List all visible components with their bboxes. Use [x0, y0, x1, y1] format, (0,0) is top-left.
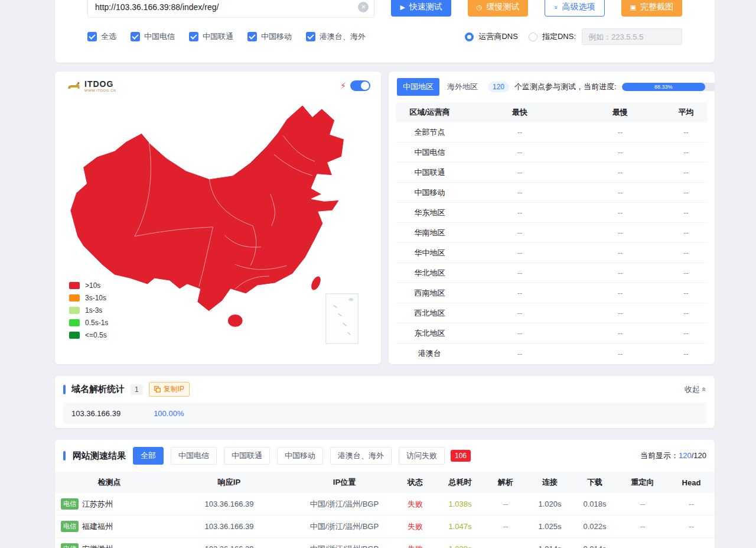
response-ip: 103.36.166.39 — [164, 500, 295, 508]
node-name: 安徽滁州 — [82, 544, 113, 548]
tab-china-unicom[interactable]: 中国联通 — [224, 447, 270, 465]
resolve-time: -- — [484, 544, 527, 548]
advanced-options-button[interactable]: » 高级选项 — [545, 0, 604, 17]
status-badge: 失败 — [394, 544, 436, 548]
fastest-value: -- — [464, 329, 576, 338]
ip-location: 中国/浙江/温州/BGP — [295, 521, 394, 532]
table-row: 东北地区 -- -- -- — [396, 323, 708, 343]
south-china-sea-inset — [326, 294, 358, 343]
fastest-value: -- — [464, 128, 576, 137]
collapse-toggle[interactable]: 收起 « — [685, 384, 706, 395]
avg-value: -- — [664, 309, 708, 317]
checkbox-china-unicom[interactable]: 中国联通 — [189, 31, 233, 42]
progress-bar: 88.33% — [622, 83, 715, 91]
tab-all[interactable]: 全部 — [133, 447, 164, 465]
table-row: 华南地区 -- -- -- — [396, 223, 708, 243]
results-table: 检测点 响应IP IP位置 状态 总耗时 解析 连接 下载 重定向 Head 电… — [55, 472, 715, 548]
url-row: ✕ ▶ 快速测试 ◷ 缓慢测试 » 高级选项 ▣ 完整截图 — [87, 0, 682, 18]
legend-color-swatch — [69, 332, 80, 339]
checkbox-china-telecom[interactable]: 中国电信 — [131, 31, 175, 42]
progress-fill: 88.33% — [622, 83, 705, 91]
camera-icon: ▣ — [630, 4, 636, 11]
checkbox-china-mobile[interactable]: 中国移动 — [247, 31, 292, 42]
checkbox-hmt-overseas[interactable]: 港澳台、海外 — [306, 31, 366, 42]
legend-color-swatch — [69, 282, 80, 289]
col-fastest: 最快 — [464, 107, 576, 118]
checkbox-checked-icon — [189, 32, 198, 41]
fastest-value: -- — [464, 248, 576, 257]
col-ip-location: IP位置 — [295, 477, 394, 488]
brand-name: ITDOG — [84, 80, 116, 89]
progress-label: 个监测点参与测试，当前进度: — [514, 82, 617, 92]
fastest-value: -- — [464, 228, 576, 237]
legend-color-swatch — [69, 307, 80, 314]
resolve-time: -- — [484, 500, 527, 508]
checkbox-select-all[interactable]: 全选 — [87, 31, 116, 42]
region-name: 中国电信 — [396, 147, 464, 158]
copy-ip-button[interactable]: 复制IP — [149, 382, 190, 397]
failed-count-badge: 106 — [451, 450, 471, 462]
section-accent-bar — [63, 385, 66, 394]
total-time: 1.047s — [436, 522, 484, 531]
fastest-value: -- — [464, 349, 576, 358]
tab-access-failed[interactable]: 访问失败 — [399, 447, 445, 465]
double-chevron-up-icon: « — [700, 387, 709, 391]
realtime-toggle[interactable] — [350, 80, 370, 91]
download-time: 0.022s — [572, 522, 617, 531]
slowest-value: -- — [576, 349, 664, 358]
col-redirect: 重定向 — [617, 477, 668, 488]
checkbox-checked-icon — [131, 32, 140, 41]
legend-item: 1s-3s — [69, 306, 108, 314]
col-region: 区域/运营商 — [396, 107, 464, 118]
isp-badge: 电信 — [61, 543, 79, 548]
results-table-header: 检测点 响应IP IP位置 状态 总耗时 解析 连接 下载 重定向 Head — [55, 472, 715, 493]
dns-options: 运营商DNS 指定DNS: — [465, 28, 682, 45]
redirect-time: -- — [617, 544, 668, 548]
avg-value: -- — [664, 188, 708, 197]
download-time: 0.014s — [572, 544, 617, 548]
table-row: 西北地区 -- -- -- — [396, 303, 708, 323]
hainan-island — [227, 314, 243, 327]
brand-url: WWW.ITDOG.CN — [84, 89, 116, 93]
quick-test-button[interactable]: ▶ 快速测试 — [391, 0, 451, 17]
ip-location: 中国/浙江/温州/BGP — [295, 544, 394, 548]
fastest-value: -- — [464, 188, 576, 197]
url-input[interactable] — [87, 0, 374, 18]
node-name: 江苏苏州 — [82, 499, 113, 510]
section-title: 域名解析统计 — [71, 384, 125, 395]
table-row: 全部节点 -- -- -- — [396, 122, 708, 142]
region-name: 西北地区 — [396, 308, 464, 319]
slowest-value: -- — [576, 128, 664, 137]
radio-isp-dns[interactable] — [465, 33, 474, 41]
checkbox-checked-icon — [247, 32, 257, 41]
isp-badge: 电信 — [61, 521, 79, 532]
avg-value: -- — [664, 208, 708, 217]
response-ip: 103.36.166.39 — [164, 522, 295, 531]
col-response-ip: 响应IP — [164, 477, 295, 488]
avg-value: -- — [664, 268, 708, 277]
legend-item: <=0.5s — [69, 331, 108, 339]
display-count: 当前显示：120/120 — [640, 450, 706, 461]
response-ip: 103.36.166.39 — [164, 544, 295, 548]
china-map-card: ITDOG WWW.ITDOG.CN ⚡ — [55, 72, 381, 364]
tab-china-mobile[interactable]: 中国移动 — [277, 447, 323, 465]
full-screenshot-button[interactable]: ▣ 完整截图 — [621, 0, 682, 17]
map-monitor-row: ITDOG WWW.ITDOG.CN ⚡ — [55, 72, 715, 364]
section-title: 网站测速结果 — [73, 450, 126, 462]
custom-dns-input[interactable] — [582, 28, 682, 45]
slow-test-button[interactable]: ◷ 缓慢测试 — [468, 0, 529, 17]
tab-overseas-region[interactable]: 海外地区 — [445, 78, 480, 96]
table-row: 港澳台 -- -- -- — [396, 343, 708, 364]
radio-custom-dns[interactable] — [529, 33, 537, 41]
table-row: 中国联通 -- -- -- — [396, 163, 708, 183]
legend-item: 3s-10s — [69, 294, 108, 302]
fastest-value: -- — [464, 148, 576, 157]
tab-china-region[interactable]: 中国地区 — [397, 78, 439, 96]
tab-china-telecom[interactable]: 中国电信 — [171, 447, 217, 465]
table-row: 华北地区 -- -- -- — [396, 263, 708, 283]
tab-hmt-overseas[interactable]: 港澳台、海外 — [330, 447, 392, 465]
legend-item: >10s — [69, 281, 108, 290]
total-time: 1.028s — [436, 544, 484, 548]
col-status: 状态 — [394, 477, 436, 488]
redirect-time: -- — [617, 500, 668, 508]
